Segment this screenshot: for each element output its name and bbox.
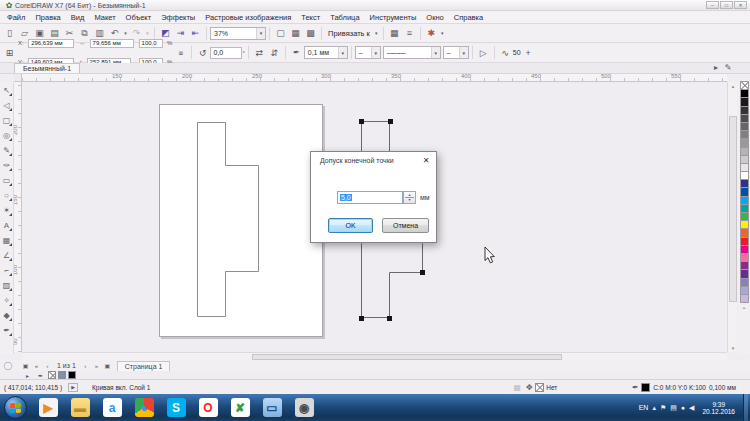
last-page-icon[interactable]: » — [91, 363, 102, 369]
import-icon[interactable]: ⇥ — [173, 26, 188, 41]
options-icon[interactable]: ✱ — [424, 26, 439, 41]
show-rulers-icon[interactable]: ▦ — [288, 26, 303, 41]
close-button[interactable]: ✕ — [734, 1, 747, 9]
taskbar-media-player-icon[interactable]: ▶ — [33, 396, 63, 420]
curve-node[interactable] — [420, 270, 425, 275]
fullscreen-preview-icon[interactable]: ▢ — [273, 26, 288, 41]
add-page-icon[interactable]: ▣ — [20, 362, 31, 369]
vertical-scrollbar[interactable]: ▴ ▾ — [727, 82, 737, 352]
scroll-down-icon[interactable]: ▾ — [728, 345, 738, 351]
chevron-down-icon[interactable]: ▾ — [371, 47, 380, 58]
connector-tool[interactable]: ⌐ — [0, 263, 13, 278]
wrap-text-icon[interactable]: ▷ — [476, 45, 491, 60]
tray-expand-icon[interactable]: ▴ — [652, 404, 656, 412]
freehand-tool[interactable]: ✎ — [0, 143, 13, 158]
curve-node[interactable] — [359, 119, 364, 124]
fill-color-swatch[interactable] — [58, 371, 66, 379]
prev-page-icon[interactable]: ‹ — [42, 363, 53, 369]
ellipse-tool[interactable]: ○ — [0, 188, 13, 203]
tray-volume-icon[interactable]: ◀ — [689, 404, 694, 412]
palette-more-icon[interactable]: ⌄ — [741, 303, 746, 310]
minimize-button[interactable]: – — [706, 1, 719, 9]
start-button[interactable] — [4, 396, 27, 419]
show-grid-icon[interactable]: ▩ — [303, 26, 318, 41]
pick-tool[interactable]: ↖ — [0, 83, 13, 98]
menu-edit[interactable]: Правка — [30, 11, 65, 24]
language-indicator[interactable]: EN — [639, 404, 649, 411]
show-desktop-button[interactable] — [743, 394, 748, 421]
chevron-down-icon[interactable]: ▾ — [431, 47, 440, 58]
crop-tool[interactable]: ▢ — [0, 113, 13, 128]
menu-effects[interactable]: Эффекты — [156, 11, 200, 24]
outline-color-swatch[interactable] — [68, 371, 76, 379]
play-details-icon[interactable]: ▶ — [68, 383, 78, 392]
snap-to-label[interactable]: Привязать к — [325, 29, 373, 38]
eyedropper-tool[interactable]: ✧ — [0, 293, 13, 308]
chevron-down-icon[interactable]: ▾ — [459, 47, 468, 58]
vertical-scroll-thumb[interactable] — [729, 116, 737, 302]
rectangle-tool[interactable]: ▭ — [0, 173, 13, 188]
zoom-tool[interactable]: ◎ — [0, 128, 13, 143]
dimension-tool[interactable]: ∠ — [0, 248, 13, 263]
shape-tool[interactable]: ◁ — [0, 98, 13, 113]
outline-width-combo[interactable]: 0,1 мм ▾ — [304, 46, 348, 59]
artistic-media-tool[interactable]: ✑ — [0, 158, 13, 173]
add-page-after-icon[interactable]: ▣ — [102, 362, 113, 369]
palette-swatch[interactable] — [740, 294, 749, 303]
cancel-button[interactable]: Отмена — [382, 218, 429, 233]
taskbar-opera-icon[interactable]: O — [193, 396, 223, 420]
text-tool[interactable]: А — [0, 218, 13, 233]
taskbar-camera-icon[interactable]: ◉ — [289, 396, 319, 420]
new-document-icon[interactable]: ▯ — [2, 26, 17, 41]
chevron-down-icon[interactable]: ▾ — [256, 28, 265, 39]
ruler-corner[interactable] — [14, 74, 22, 82]
menu-help[interactable]: Справка — [449, 11, 488, 24]
arrowhead-start-combo[interactable]: –▾ — [355, 46, 381, 59]
tolerance-input[interactable]: 5,0 — [337, 191, 403, 204]
flyout-arrow-icon[interactable]: ▸ — [22, 372, 33, 379]
no-fill-swatch[interactable] — [48, 371, 56, 379]
arrowhead-end-combo[interactable]: –▾ — [443, 46, 469, 59]
menu-window[interactable]: Окно — [421, 11, 448, 24]
lock-ratio-icon[interactable]: ⧈ — [173, 45, 188, 60]
document-palette-icon[interactable]: ◯ — [2, 360, 14, 372]
tray-notes-icon[interactable]: ▤ — [670, 404, 677, 412]
taskbar-skype-icon[interactable]: S — [161, 396, 191, 420]
line-style-combo[interactable]: ———▾ — [383, 46, 441, 59]
table-tool[interactable]: ▦ — [0, 233, 13, 248]
outline-pen-tool[interactable]: ✒ — [0, 323, 13, 338]
move-anchor-icon[interactable]: ✥ — [523, 381, 535, 393]
dialog-close-icon[interactable]: ✕ — [420, 155, 432, 166]
snap-dropdown-icon[interactable]: ▾ — [373, 27, 380, 39]
export-icon[interactable]: ⇤ — [188, 26, 203, 41]
quick-customize-icon[interactable]: ✎ — [722, 61, 734, 73]
horizontal-scrollbar[interactable] — [22, 352, 727, 360]
polygon-tool[interactable]: ✶ — [0, 203, 13, 218]
snap-objects-icon[interactable]: ≡ — [402, 26, 417, 41]
width-field[interactable]: 79,656 мм — [90, 39, 134, 48]
scroll-up-icon[interactable]: ▴ — [728, 83, 738, 89]
add-icon[interactable]: + — [521, 45, 536, 60]
smoothing-value[interactable]: 50 — [513, 49, 521, 56]
mirror-horizontal-icon[interactable]: ⇄ — [252, 45, 267, 60]
curve-node[interactable] — [387, 316, 392, 321]
next-page-icon[interactable]: › — [80, 363, 91, 369]
menu-bitmaps[interactable]: Растровые изображения — [200, 11, 296, 24]
taskbar-folder-icon[interactable]: ▬ — [65, 396, 95, 420]
no-color-swatch[interactable] — [740, 81, 749, 90]
rotation-angle-field[interactable]: 0,0 — [210, 47, 242, 59]
snap-grid-icon[interactable]: ▦ — [387, 26, 402, 41]
snap-status-icon[interactable]: ▦ — [511, 381, 523, 393]
chevron-down-icon[interactable]: ▾ — [338, 47, 347, 58]
menu-layout[interactable]: Макет — [89, 11, 120, 24]
page-area[interactable] — [159, 104, 323, 337]
x-position-field[interactable]: 296,639 мм — [28, 39, 74, 48]
taskbar-browser-icon[interactable]: a — [97, 396, 127, 420]
spin-down-icon[interactable]: ▾ — [408, 198, 410, 202]
transparency-tool[interactable]: ▨ — [0, 278, 13, 293]
taskbar-display-icon[interactable]: ▭ — [257, 396, 287, 420]
curve-node[interactable] — [359, 316, 364, 321]
object-origin-icon[interactable]: ⊞ — [2, 45, 17, 60]
first-page-icon[interactable]: « — [31, 363, 42, 369]
tolerance-spinner[interactable]: ▴ ▾ — [403, 191, 416, 204]
